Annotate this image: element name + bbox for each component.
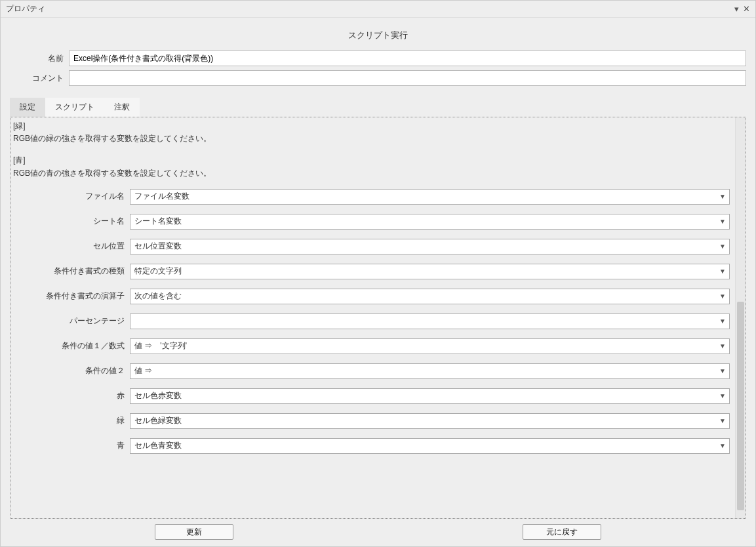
panel-title: プロパティ: [6, 3, 734, 14]
description-blue: [青] RGB値の青の強さを取得する変数を設定してください。: [13, 154, 730, 179]
chevron-down-icon: ▼: [716, 193, 729, 200]
description-green: [緑] RGB値の緑の強さを取得する変数を設定してください。: [13, 120, 730, 145]
param-label-value2: 条件の値２: [13, 365, 130, 376]
comment-input[interactable]: [69, 70, 746, 86]
param-row-percentage: パーセンテージ ▼: [13, 314, 730, 329]
combo-red[interactable]: セル色赤変数 ▼: [130, 388, 730, 404]
scrollbar-thumb[interactable]: [737, 302, 744, 510]
param-label-cellpos: セル位置: [13, 241, 130, 252]
chevron-down-icon: ▼: [716, 392, 729, 399]
param-label-blue: 青: [13, 440, 130, 451]
name-label: 名前: [10, 53, 69, 64]
combo-text-filename: ファイル名変数: [130, 191, 716, 202]
chevron-down-icon: ▼: [716, 268, 729, 275]
param-label-sheetname: シート名: [13, 216, 130, 227]
param-row-filename: ファイル名 ファイル名変数 ▼: [13, 189, 730, 205]
combo-format-type[interactable]: 特定の文字列 ▼: [130, 264, 730, 279]
combo-value1[interactable]: 値 ⇒ '文字列' ▼: [130, 338, 730, 354]
tab-settings[interactable]: 設定: [10, 98, 45, 117]
combo-text-value1: 値 ⇒ '文字列': [130, 340, 716, 352]
param-row-green: 緑 セル色緑変数 ▼: [13, 413, 730, 429]
param-row-red: 赤 セル色赤変数 ▼: [13, 388, 730, 404]
header-fields: 名前 コメント: [10, 51, 746, 90]
properties-panel: プロパティ ▾ ✕ スクリプト実行 名前 コメント 設定 スクリプト 注釈: [0, 0, 756, 547]
revert-button[interactable]: 元に戻す: [523, 524, 601, 540]
desc-label-blue: [青]: [13, 154, 730, 167]
combo-blue[interactable]: セル色青変数 ▼: [130, 438, 730, 454]
close-icon[interactable]: ✕: [743, 4, 750, 14]
titlebar: プロパティ ▾ ✕: [1, 1, 755, 18]
chevron-down-icon: ▼: [716, 342, 729, 350]
param-label-percentage: パーセンテージ: [13, 315, 130, 327]
combo-text-value2: 値 ⇒: [130, 365, 716, 376]
param-label-operator: 条件付き書式の演算子: [13, 291, 130, 302]
param-row-value2: 条件の値２ 値 ⇒ ▼: [13, 363, 730, 379]
combo-green[interactable]: セル色緑変数 ▼: [130, 413, 730, 429]
content: スクリプト実行 名前 コメント 設定 スクリプト 注釈 [緑] RGB値の緑の強…: [1, 18, 755, 546]
update-button[interactable]: 更新: [155, 524, 233, 540]
combo-percentage[interactable]: ▼: [130, 314, 730, 329]
scrollbar[interactable]: [735, 117, 746, 518]
chevron-down-icon: ▼: [716, 442, 729, 449]
settings-scroll: [緑] RGB値の緑の強さを取得する変数を設定してください。 [青] RGB値の…: [10, 117, 735, 518]
combo-filename[interactable]: ファイル名変数 ▼: [130, 189, 730, 205]
combo-text-cellpos: セル位置変数: [130, 241, 716, 252]
param-row-blue: 青 セル色青変数 ▼: [13, 438, 730, 454]
param-row-operator: 条件付き書式の演算子 次の値を含む ▼: [13, 289, 730, 304]
tab-annotation[interactable]: 注釈: [104, 98, 140, 117]
chevron-down-icon: ▼: [716, 417, 729, 424]
chevron-down-icon: ▼: [716, 317, 729, 325]
param-label-value1: 条件の値１／数式: [13, 340, 130, 352]
chevron-down-icon: ▼: [716, 293, 729, 300]
combo-cellpos[interactable]: セル位置変数 ▼: [130, 239, 730, 254]
param-row-cellpos: セル位置 セル位置変数 ▼: [13, 239, 730, 254]
desc-text-blue: RGB値の青の強さを取得する変数を設定してください。: [13, 167, 730, 180]
dropdown-icon[interactable]: ▾: [734, 4, 739, 14]
param-row-value1: 条件の値１／数式 値 ⇒ '文字列' ▼: [13, 338, 730, 354]
comment-label: コメント: [10, 73, 69, 84]
desc-text-green: RGB値の緑の強さを取得する変数を設定してください。: [13, 132, 730, 145]
tab-script[interactable]: スクリプト: [45, 98, 104, 117]
param-label-green: 緑: [13, 415, 130, 426]
combo-text-sheetname: シート名変数: [130, 216, 716, 227]
tabs: 設定 スクリプト 注釈: [10, 98, 746, 117]
combo-sheetname[interactable]: シート名変数 ▼: [130, 214, 730, 230]
button-row: 更新 元に戻す: [10, 519, 746, 540]
chevron-down-icon: ▼: [716, 367, 729, 375]
settings-panel: [緑] RGB値の緑の強さを取得する変数を設定してください。 [青] RGB値の…: [10, 117, 746, 519]
combo-text-format-type: 特定の文字列: [130, 266, 716, 277]
param-row-sheetname: シート名 シート名変数 ▼: [13, 214, 730, 230]
name-input[interactable]: [69, 51, 746, 66]
combo-value2[interactable]: 値 ⇒ ▼: [130, 363, 730, 379]
param-row-format-type: 条件付き書式の種類 特定の文字列 ▼: [13, 264, 730, 279]
section-title: スクリプト実行: [10, 26, 746, 51]
combo-text-blue: セル色青変数: [130, 440, 716, 451]
chevron-down-icon: ▼: [716, 243, 729, 250]
titlebar-controls: ▾ ✕: [734, 4, 750, 14]
param-label-filename: ファイル名: [13, 191, 130, 202]
combo-text-operator: 次の値を含む: [130, 291, 716, 302]
comment-row: コメント: [10, 70, 746, 86]
chevron-down-icon: ▼: [716, 218, 729, 225]
combo-operator[interactable]: 次の値を含む ▼: [130, 289, 730, 304]
combo-text-green: セル色緑変数: [130, 415, 716, 426]
combo-text-red: セル色赤変数: [130, 390, 716, 401]
param-label-red: 赤: [13, 390, 130, 401]
desc-label-green: [緑]: [13, 120, 730, 132]
name-row: 名前: [10, 51, 746, 66]
param-label-format-type: 条件付き書式の種類: [13, 266, 130, 277]
